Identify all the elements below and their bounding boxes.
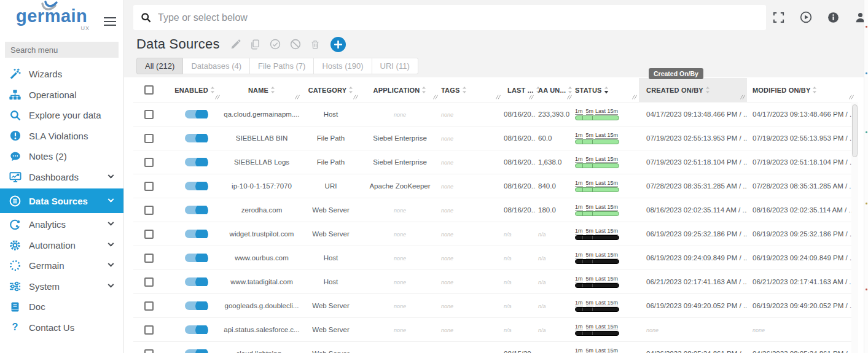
status-cell: 1m5mLast 15m bbox=[574, 228, 639, 240]
column-header-created-on-by[interactable]: CREATED ON/BY bbox=[639, 78, 747, 102]
column-header-name[interactable]: NAME bbox=[222, 78, 302, 102]
enabled-toggle[interactable] bbox=[185, 254, 205, 262]
main-area: ENABLEDNAMECATEGORYAPPLICATIONTAGSLAST .… bbox=[124, 0, 868, 353]
column-header-tags[interactable]: TAGS bbox=[440, 78, 502, 102]
row-checkbox[interactable] bbox=[144, 277, 154, 287]
table-row[interactable]: www.tatadigital.comHostnonenonen/an/a1m5… bbox=[133, 270, 856, 293]
row-checkbox[interactable] bbox=[144, 206, 154, 215]
column-header-last[interactable]: LAST ... bbox=[502, 78, 536, 102]
content-card: ENABLEDNAMECATEGORYAPPLICATIONTAGSLAST .… bbox=[124, 77, 868, 353]
row-checkbox[interactable] bbox=[144, 134, 154, 143]
enabled-toggle[interactable] bbox=[185, 277, 205, 286]
sidebar-item-analytics[interactable]: Analytics bbox=[0, 214, 123, 235]
tab-hosts-190[interactable]: Hosts (190) bbox=[314, 58, 372, 74]
sort-icon[interactable] bbox=[705, 86, 710, 94]
sidebar-item-contact-us[interactable]: ?Contact Us bbox=[0, 317, 123, 338]
table-row[interactable]: googleads.g.doublecli...Web Servernoneno… bbox=[133, 293, 856, 317]
table-row[interactable]: SIEBELLAB LogsFile PathSiebel Enterprise… bbox=[133, 150, 856, 174]
row-checkbox[interactable] bbox=[144, 230, 154, 239]
column-header-aa-un[interactable]: AA UN... bbox=[536, 78, 574, 102]
enabled-toggle[interactable] bbox=[185, 134, 205, 142]
enabled-toggle[interactable] bbox=[185, 158, 205, 166]
tab-uri-11[interactable]: URI (11) bbox=[372, 58, 418, 74]
enabled-toggle[interactable] bbox=[185, 182, 205, 190]
ban-icon[interactable] bbox=[290, 39, 301, 50]
sort-icon[interactable] bbox=[270, 86, 275, 94]
row-checkbox[interactable] bbox=[144, 110, 154, 119]
enabled-toggle[interactable] bbox=[185, 349, 205, 353]
enabled-toggle[interactable] bbox=[185, 325, 205, 334]
sidebar-item-sla-violations[interactable]: SLA Violations bbox=[0, 126, 123, 147]
table-row[interactable]: SIEBELLAB BINFile PathSiebel Enterprisen… bbox=[133, 126, 856, 150]
column-resize-handle[interactable] bbox=[295, 93, 300, 101]
sort-icon[interactable] bbox=[604, 86, 609, 94]
check-circle-icon[interactable] bbox=[270, 39, 281, 50]
column-resize-handle[interactable] bbox=[496, 93, 501, 101]
table-row[interactable]: api.status.salesforce.c...Web Servernone… bbox=[133, 317, 856, 341]
table-row[interactable]: qa.cloud.germainapm....Hostnonenone08/16… bbox=[133, 102, 856, 126]
column-resize-handle[interactable] bbox=[567, 93, 572, 101]
row-checkbox[interactable] bbox=[144, 325, 154, 335]
sidebar-item-dashboards[interactable]: Dashboards bbox=[0, 167, 123, 188]
enabled-cell bbox=[168, 158, 222, 166]
trash-icon[interactable] bbox=[310, 39, 320, 50]
copy-icon[interactable] bbox=[250, 39, 260, 50]
sidebar-item-wizards[interactable]: Wizards bbox=[0, 64, 123, 85]
table-body: qa.cloud.germainapm....Hostnonenone08/16… bbox=[133, 102, 856, 353]
sidebar-item-notes-2[interactable]: Notes (2) bbox=[0, 146, 123, 167]
column-resize-handle[interactable] bbox=[433, 93, 438, 101]
table-row[interactable]: ip-10-0-1-157:7070URIApache ZooKeepernon… bbox=[133, 174, 856, 198]
fullscreen-icon[interactable] bbox=[773, 12, 784, 23]
table-row[interactable]: zerodha.comWeb Servernonenone08/16/20...… bbox=[133, 198, 856, 222]
table-row[interactable]: cloud.lightning...Web Servernonenone08/1… bbox=[133, 341, 856, 353]
column-resize-handle[interactable] bbox=[632, 93, 637, 101]
sort-icon[interactable] bbox=[462, 86, 467, 94]
enabled-toggle[interactable] bbox=[185, 110, 205, 118]
column-resize-handle[interactable] bbox=[353, 93, 358, 101]
play-circle-icon[interactable] bbox=[800, 11, 812, 23]
add-data-source-button[interactable] bbox=[330, 37, 346, 52]
row-checkbox[interactable] bbox=[144, 301, 154, 311]
sidebar-search-input[interactable] bbox=[5, 42, 119, 58]
column-resize-handle[interactable] bbox=[849, 93, 854, 101]
table-cell: Web Server bbox=[302, 350, 360, 353]
edit-icon[interactable] bbox=[230, 39, 241, 50]
row-checkbox[interactable] bbox=[144, 182, 154, 191]
sidebar-item-germain[interactable]: Germain bbox=[0, 255, 123, 276]
hamburger-menu-icon[interactable] bbox=[104, 15, 116, 28]
tab-file-paths-7[interactable]: File Paths (7) bbox=[250, 58, 314, 74]
row-checkbox[interactable] bbox=[144, 349, 154, 353]
scrollbar-thumb[interactable] bbox=[852, 104, 858, 157]
sort-icon[interactable] bbox=[210, 86, 215, 94]
sidebar-item-explore-your-data[interactable]: Explore your data bbox=[0, 105, 123, 126]
table-row[interactable]: widget.trustpilot.comWeb Servernonenonen… bbox=[133, 222, 856, 246]
enabled-toggle[interactable] bbox=[185, 230, 205, 238]
info-circle-icon[interactable] bbox=[827, 12, 839, 23]
global-search-input[interactable] bbox=[158, 12, 759, 23]
row-checkbox[interactable] bbox=[144, 158, 154, 167]
select-all-checkbox[interactable] bbox=[144, 85, 154, 95]
column-resize-handle[interactable] bbox=[740, 93, 745, 101]
tab-databases-4[interactable]: Databases (4) bbox=[183, 58, 250, 74]
sidebar-item-automation[interactable]: Automation bbox=[0, 235, 123, 256]
enabled-toggle[interactable] bbox=[185, 206, 205, 214]
enabled-toggle[interactable] bbox=[185, 301, 205, 310]
column-resize-handle[interactable] bbox=[529, 93, 534, 101]
sidebar-item-system[interactable]: System bbox=[0, 276, 123, 297]
table-cell: none bbox=[747, 326, 856, 333]
column-header-enabled[interactable]: ENABLED bbox=[168, 78, 222, 102]
column-header-application[interactable]: APPLICATION bbox=[360, 78, 440, 102]
sidebar-item-data-sources[interactable]: Data Sources bbox=[0, 188, 123, 213]
column-header-category[interactable]: CATEGORY bbox=[302, 78, 360, 102]
column-resize-handle[interactable] bbox=[215, 93, 220, 101]
row-checkbox[interactable] bbox=[144, 254, 154, 263]
sidebar-item-doc[interactable]: Doc bbox=[0, 297, 123, 317]
sort-icon[interactable] bbox=[421, 86, 426, 94]
tab-all-212[interactable]: All (212) bbox=[136, 58, 183, 74]
sidebar-item-operational[interactable]: Operational bbox=[0, 85, 123, 106]
column-header-status[interactable]: STATUS bbox=[574, 78, 639, 102]
sort-icon[interactable] bbox=[812, 86, 817, 94]
column-header-modified-on-by[interactable]: MODIFIED ON/BY bbox=[747, 78, 856, 102]
magic-wand-icon bbox=[8, 68, 22, 80]
table-row[interactable]: www.ourbus.comHostnonenonen/an/a1m5mLast… bbox=[133, 246, 856, 270]
